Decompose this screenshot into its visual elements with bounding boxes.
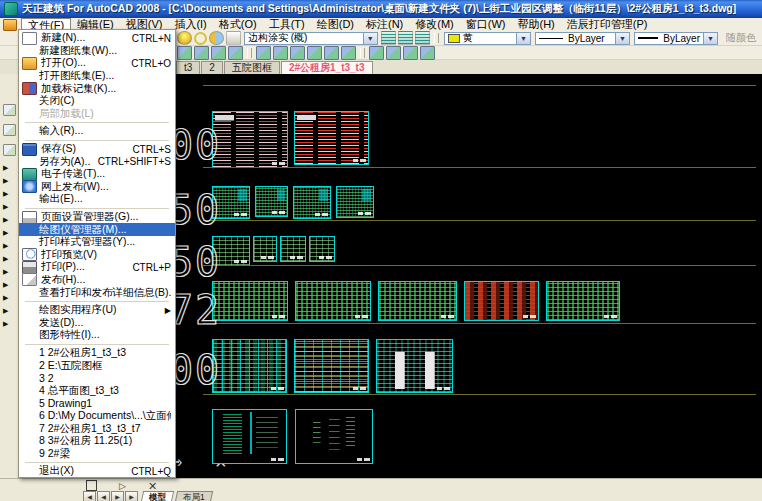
rectangle-tool-icon[interactable] xyxy=(86,480,97,491)
file-menu-item[interactable]: 输入(R)... xyxy=(19,125,175,138)
layer-tool-icon-6[interactable] xyxy=(273,46,288,60)
box-style-icon[interactable] xyxy=(226,31,241,45)
file-menu-item[interactable]: 8 3#公租房 11.25(1) xyxy=(19,435,175,448)
layer-tool-icon-1[interactable] xyxy=(177,46,192,60)
flyout-arrow-icon[interactable]: ▶ xyxy=(3,281,16,288)
menu-item-D[interactable]: 绘图(D) xyxy=(311,18,360,31)
flyout-arrow-icon[interactable]: ▶ xyxy=(3,307,16,314)
flyout-arrow-icon[interactable]: ▶ xyxy=(3,268,16,275)
left-tool-icon-2[interactable] xyxy=(3,124,16,136)
flyout-arrow-icon[interactable]: ▶ xyxy=(3,164,16,171)
layer-tool-icon-10[interactable] xyxy=(341,46,356,60)
layer-tool-icon-9[interactable] xyxy=(324,46,339,60)
file-menu-item[interactable]: 保存(S)CTRL+S xyxy=(19,143,175,156)
doc-tab-五院图框[interactable]: 五院图框 xyxy=(224,61,280,74)
flyout-arrow-icon[interactable]: ▶ xyxy=(3,255,16,262)
file-menu-item[interactable]: 9 2#梁 xyxy=(19,447,175,460)
file-menu-item[interactable]: 1 2#公租房1_t3_t3 xyxy=(19,347,175,360)
file-menu-item[interactable]: 局部加载(L) xyxy=(19,108,175,121)
file-menu-item[interactable]: 打开(O)...CTRL+O xyxy=(19,57,175,70)
chevron-down-icon[interactable]: ▼ xyxy=(516,33,530,44)
layout-tab-模型[interactable]: 模型 xyxy=(141,491,174,501)
menu-item-N[interactable]: 标注(N) xyxy=(360,18,409,31)
layer-tool-icon-7[interactable] xyxy=(290,46,305,60)
file-menu-item[interactable]: 电子传递(T)... xyxy=(19,168,175,181)
flyout-arrow-icon[interactable]: ▶ xyxy=(3,190,16,197)
file-menu-item[interactable]: 加载标记集(K)... xyxy=(19,82,175,95)
layer-tool-icon-3[interactable] xyxy=(211,46,226,60)
render-tool-icon-3[interactable] xyxy=(415,31,430,45)
flyout-arrow-icon[interactable]: ▶ xyxy=(3,242,16,249)
doc-tab-2[interactable]: 2 xyxy=(201,61,223,74)
menu-item-P[interactable]: 浩辰打印管理(P) xyxy=(561,18,654,31)
file-menu-item[interactable]: 新建(N)...CTRL+N xyxy=(19,32,175,45)
lineweight-combo[interactable]: ByLayer ▼ xyxy=(634,32,718,45)
menu-item-O[interactable]: 格式(O) xyxy=(213,18,263,31)
layer-tool-icon-11[interactable] xyxy=(369,46,384,60)
tab-nav-button-2[interactable]: ◀ xyxy=(97,491,110,501)
tab-nav-button-1[interactable]: ◀ xyxy=(83,491,96,501)
file-menu-item[interactable]: 发送(D)... xyxy=(19,316,175,329)
layer-tool-icon-13[interactable] xyxy=(403,46,418,60)
layer-tool-icon-5[interactable] xyxy=(256,46,271,60)
layer-tool-icon-4[interactable] xyxy=(228,46,243,60)
render-tool-icon-2[interactable] xyxy=(398,31,413,45)
tarch-menu-icon[interactable] xyxy=(3,19,17,31)
light-bulb-icon[interactable] xyxy=(177,31,192,45)
layout-tab-布局1[interactable]: 布局1 xyxy=(175,491,213,501)
flyout-arrow-icon[interactable]: ▶ xyxy=(3,203,16,210)
flyout-arrow-icon[interactable]: ▶ xyxy=(3,320,16,327)
file-menu-item[interactable]: 5 Drawing1 xyxy=(19,397,175,410)
file-menu-item[interactable]: 页面设置管理器(G)... xyxy=(19,211,175,224)
arrow-tool-icon[interactable]: ▷ xyxy=(119,481,126,491)
tab-nav-button-4[interactable]: ▶ xyxy=(125,491,138,501)
linetype-combo[interactable]: ByLayer ▼ xyxy=(535,32,630,45)
menu-item-T[interactable]: 工具(T) xyxy=(263,18,311,31)
file-menu-item[interactable]: 另存为(A)...CTRL+SHIFT+S xyxy=(19,155,175,168)
render-tool-icon-1[interactable] xyxy=(381,31,396,45)
file-menu-item[interactable]: 新建图纸集(W)... xyxy=(19,45,175,58)
half-shade-icon[interactable] xyxy=(209,31,224,45)
visual-style-combo[interactable]: 边构涂实 (概) ▼ xyxy=(244,32,378,45)
left-tool-icon-1[interactable] xyxy=(3,104,16,116)
layer-tool-icon-14[interactable] xyxy=(420,46,435,60)
file-menu-item[interactable]: 绘图实用程序(U)▶ xyxy=(19,304,175,317)
toolbar-grip[interactable] xyxy=(360,48,365,58)
flyout-arrow-icon[interactable]: ▶ xyxy=(3,294,16,301)
tab-nav-button-3[interactable]: ▶ xyxy=(111,491,124,501)
circle-style-icon[interactable] xyxy=(194,32,207,45)
file-menu-item[interactable]: 打印样式管理器(Y)... xyxy=(19,236,175,249)
file-menu-item[interactable]: 7 2#公租房1_t3_t3_t7 xyxy=(19,422,175,435)
file-menu-item[interactable]: 绘图仪管理器(M)... xyxy=(19,223,175,236)
file-menu-item[interactable]: 查看打印和发布详细信息(B)... xyxy=(19,286,175,299)
file-menu-item[interactable]: 退出(X)CTRL+Q xyxy=(19,465,175,478)
menu-item-H[interactable]: 帮助(H) xyxy=(512,18,561,31)
color-combo[interactable]: 黄 ▼ xyxy=(444,32,531,45)
doc-tab-2#公租房1_t3_t3[interactable]: 2#公租房1_t3_t3 xyxy=(281,61,373,74)
file-menu-item[interactable]: 关闭(C) xyxy=(19,95,175,108)
chevron-down-icon[interactable]: ▼ xyxy=(363,33,377,44)
menu-item-M[interactable]: 修改(M) xyxy=(409,18,460,31)
toolbar-grip[interactable] xyxy=(434,33,439,43)
file-menu-item[interactable]: 2 E:\五院图框 xyxy=(19,359,175,372)
layer-tool-icon-2[interactable] xyxy=(194,46,209,60)
file-menu-item[interactable]: 发布(H)... xyxy=(19,274,175,287)
file-menu-item[interactable]: 打印(P)...CTRL+P xyxy=(19,261,175,274)
left-tool-icon-3[interactable] xyxy=(3,144,16,156)
file-menu-item[interactable]: 4 总平面图_t3_t3 xyxy=(19,384,175,397)
file-menu-item[interactable]: 输出(E)... xyxy=(19,193,175,206)
drawing-canvas[interactable]: ›× 设计说明单元放大图大样图门窗表平面图立面图剖面图0050507200 xyxy=(83,74,762,478)
file-menu-item[interactable]: 3 2 xyxy=(19,372,175,385)
chevron-down-icon[interactable]: ▼ xyxy=(615,33,629,44)
doc-tab-t3[interactable]: t3 xyxy=(176,61,200,74)
erase-tool-icon[interactable]: ✕ xyxy=(148,481,157,491)
flyout-arrow-icon[interactable]: ▶ xyxy=(3,216,16,223)
flyout-arrow-icon[interactable]: ▶ xyxy=(3,229,16,236)
layer-tool-icon-8[interactable] xyxy=(307,46,322,60)
file-menu-item[interactable]: 打印预览(V) xyxy=(19,249,175,262)
layer-tool-icon-12[interactable] xyxy=(386,46,401,60)
file-menu-item[interactable]: 图形特性(I)... xyxy=(19,329,175,342)
file-menu-item[interactable]: 网上发布(W)... xyxy=(19,181,175,194)
file-menu-item[interactable]: 6 D:\My Documents\...\立面修改11.27 xyxy=(19,410,175,423)
file-menu-item[interactable]: 打开图纸集(E)... xyxy=(19,70,175,83)
